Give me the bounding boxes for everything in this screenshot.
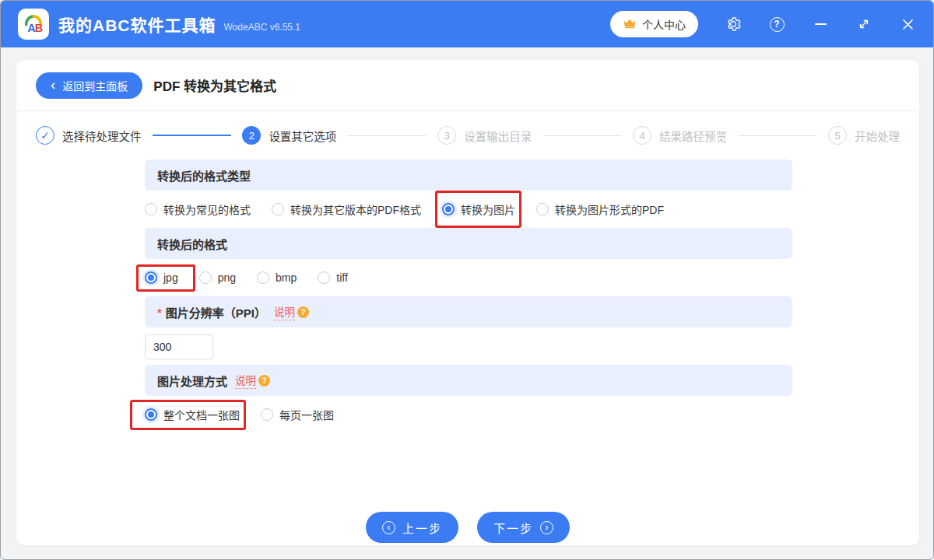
radio-image-style-pdf[interactable]: 转换为图片形式的PDF bbox=[536, 201, 664, 217]
radio-icon bbox=[145, 408, 157, 421]
settings-gear-icon[interactable] bbox=[725, 16, 742, 33]
radio-icon bbox=[199, 271, 212, 284]
step-connector bbox=[153, 135, 232, 136]
back-to-dashboard-button[interactable]: ‹ 返回到主面板 bbox=[36, 72, 142, 99]
chevron-right-circle-icon: › bbox=[540, 521, 553, 534]
radio-tiff[interactable]: tiff bbox=[318, 271, 348, 284]
required-asterisk: * bbox=[157, 306, 162, 319]
back-button-label: 返回到主面板 bbox=[62, 78, 128, 93]
question-badge-icon[interactable]: ? bbox=[297, 306, 309, 318]
step-1-check-icon: ✓ bbox=[36, 126, 54, 145]
step-connector bbox=[738, 135, 817, 136]
step-connector bbox=[542, 135, 622, 136]
radio-one-image-per-page[interactable]: 每页一张图 bbox=[261, 407, 334, 422]
step-indicator: ✓ 选择待处理文件 2 设置其它选项 3 设置输出目录 4 结果路径预览 5 开… bbox=[16, 111, 919, 159]
radio-icon bbox=[145, 203, 157, 215]
question-badge-icon[interactable]: ? bbox=[258, 375, 270, 387]
section-processing-mode-header: 图片处理方式 说明 ? bbox=[145, 365, 792, 396]
app-window: A B 我的ABC软件工具箱 WodeABC v6.55.1 个人中心 bbox=[0, 0, 934, 560]
titlebar-actions: 个人中心 ? bbox=[610, 11, 916, 37]
titlebar: A B 我的ABC软件工具箱 WodeABC v6.55.1 个人中心 bbox=[1, 1, 933, 47]
next-step-button[interactable]: 下一步 › bbox=[477, 512, 570, 543]
app-version: WodeABC v6.55.1 bbox=[224, 22, 301, 33]
radio-jpg[interactable]: jpg bbox=[145, 271, 178, 284]
user-center-button[interactable]: 个人中心 bbox=[610, 11, 698, 37]
minimize-icon[interactable] bbox=[812, 16, 829, 33]
prev-step-button[interactable]: ‹ 上一步 bbox=[366, 512, 458, 543]
step-4-path-preview: 4 结果路径预览 bbox=[633, 126, 727, 145]
step-2-options: 2 设置其它选项 bbox=[242, 126, 336, 145]
radio-icon bbox=[145, 271, 157, 284]
radio-icon bbox=[318, 271, 330, 284]
step-connector bbox=[347, 135, 427, 136]
card-header: ‹ 返回到主面板 PDF 转换为其它格式 bbox=[16, 60, 919, 111]
image-format-options: jpg png bmp tiff bbox=[145, 259, 792, 296]
step-1-select-files: ✓ 选择待处理文件 bbox=[36, 126, 142, 145]
wizard-footer: ‹ 上一步 下一步 › bbox=[16, 512, 919, 543]
close-icon[interactable] bbox=[899, 16, 916, 33]
section-format-type-header: 转换后的格式类型 bbox=[145, 159, 792, 191]
radio-other-pdf-version[interactable]: 转换为其它版本的PDF格式 bbox=[272, 201, 421, 217]
app-title: 我的ABC软件工具箱 bbox=[58, 12, 216, 36]
help-icon[interactable]: ? bbox=[768, 16, 785, 33]
maximize-icon[interactable] bbox=[855, 16, 873, 33]
resolution-help-link[interactable]: 说明 bbox=[274, 303, 295, 320]
radio-convert-to-image[interactable]: 转换为图片 bbox=[442, 201, 515, 217]
radio-whole-doc-one-image[interactable]: 整个文档一张图 bbox=[145, 407, 240, 422]
radio-bmp[interactable]: bmp bbox=[257, 271, 297, 284]
radio-icon bbox=[261, 408, 273, 421]
svg-text:B: B bbox=[35, 22, 43, 34]
app-logo-icon: A B bbox=[18, 9, 49, 40]
step-3-output-dir: 3 设置输出目录 bbox=[437, 126, 532, 145]
resolution-input-row bbox=[145, 327, 792, 365]
chevron-left-icon: ‹ bbox=[51, 77, 55, 92]
options-form: 转换后的格式类型 转换为常见的格式 转换为其它版本的PDF格式 转换为图片 bbox=[145, 159, 792, 433]
radio-icon bbox=[272, 203, 284, 215]
radio-icon bbox=[257, 271, 269, 284]
section-resolution-header: * 图片分辨率（PPI） 说明 ? bbox=[145, 296, 792, 327]
processing-mode-options: 整个文档一张图 每页一张图 bbox=[145, 396, 792, 433]
page-title: PDF 转换为其它格式 bbox=[153, 75, 276, 95]
user-center-label: 个人中心 bbox=[642, 16, 686, 32]
radio-png[interactable]: png bbox=[199, 271, 236, 284]
radio-icon bbox=[442, 203, 455, 215]
step-5-start: 5 开始处理 bbox=[828, 126, 900, 145]
radio-common-format[interactable]: 转换为常见的格式 bbox=[145, 201, 251, 217]
crown-icon bbox=[623, 18, 637, 31]
chevron-left-circle-icon: ‹ bbox=[382, 521, 395, 534]
processing-mode-help-link[interactable]: 说明 bbox=[235, 372, 256, 389]
ppi-input[interactable] bbox=[145, 334, 213, 359]
main-card: ‹ 返回到主面板 PDF 转换为其它格式 ✓ 选择待处理文件 2 设置其它选项 … bbox=[16, 60, 919, 545]
radio-icon bbox=[536, 203, 549, 215]
section-image-format-header: 转换后的格式 bbox=[145, 228, 792, 259]
format-type-options: 转换为常见的格式 转换为其它版本的PDF格式 转换为图片 转换为图片形式的PDF bbox=[145, 191, 792, 228]
